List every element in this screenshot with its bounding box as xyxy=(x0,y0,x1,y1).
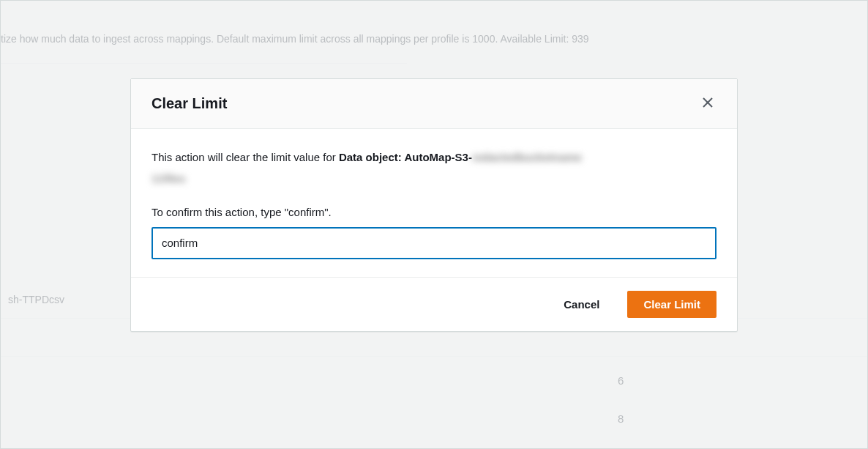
confirm-instruction-label: To confirm this action, type "confirm". xyxy=(151,204,717,221)
clear-limit-modal: Clear Limit This action will clear the l… xyxy=(130,78,738,332)
close-icon xyxy=(702,97,714,111)
modal-description-line2: 11files xyxy=(151,171,717,188)
modal-overlay: Clear Limit This action will clear the l… xyxy=(1,1,867,448)
modal-footer: Cancel Clear Limit xyxy=(131,277,737,331)
modal-description: This action will clear the limit value f… xyxy=(151,149,717,166)
close-button[interactable] xyxy=(699,94,717,114)
confirm-input[interactable] xyxy=(151,227,717,259)
cancel-button[interactable]: Cancel xyxy=(547,291,616,318)
desc-object-bold: Data object: AutoMap-S3- xyxy=(339,151,472,163)
clear-limit-button[interactable]: Clear Limit xyxy=(627,291,717,318)
modal-body: This action will clear the limit value f… xyxy=(131,129,737,277)
modal-header: Clear Limit xyxy=(131,79,737,129)
modal-title: Clear Limit xyxy=(151,95,227,112)
desc-object-redacted-2: 11files xyxy=(151,172,186,185)
desc-object-redacted: redactedbucketname xyxy=(472,151,582,163)
desc-prefix: This action will clear the limit value f… xyxy=(151,151,339,163)
